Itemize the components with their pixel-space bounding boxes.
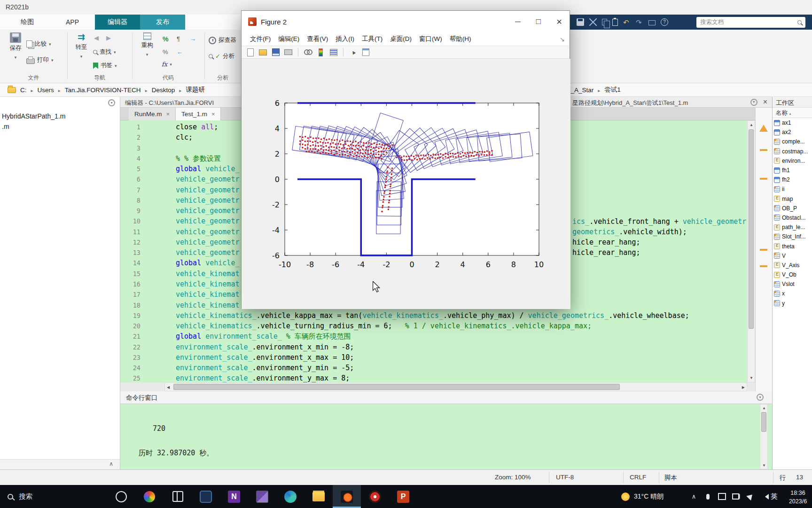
workspace-variable-row[interactable]: OB_P (773, 204, 812, 213)
taskbar-search[interactable]: 搜索 (8, 485, 32, 508)
indent-icon[interactable]: → (190, 35, 196, 42)
close-button[interactable] (549, 14, 570, 30)
ribbon-tab-app[interactable]: APP (50, 15, 95, 30)
paste-icon[interactable] (612, 19, 618, 26)
chevron-up-tray-icon[interactable] (690, 492, 698, 500)
save-icon[interactable] (577, 18, 584, 26)
figure-plot-svg[interactable]: -10-8-6-4-20246810-6-4-20246 (242, 59, 570, 309)
panel-menu-icon[interactable] (108, 99, 115, 106)
workspace-variable-row[interactable]: ax1 (773, 118, 812, 127)
editor-tab-test1[interactable]: Test_1.m (176, 108, 221, 120)
insert-function-button[interactable]: fx (162, 61, 172, 68)
open-file-icon[interactable] (258, 48, 267, 56)
workspace-variable-row[interactable]: x (773, 289, 812, 298)
save-button[interactable]: 保存 (5, 32, 26, 60)
scroll-down-icon[interactable] (762, 463, 766, 468)
editor-tab-runme[interactable]: RunMe.m (129, 108, 176, 120)
new-figure-icon[interactable] (246, 48, 255, 56)
network-tray-icon[interactable] (746, 492, 754, 500)
figure-menu-item[interactable]: 帮助(H) (446, 33, 475, 45)
battery-tray-icon[interactable] (732, 492, 740, 500)
insert-colorbar-icon[interactable] (316, 48, 325, 56)
workspace-variable-row[interactable]: y (773, 299, 812, 308)
workspace-variable-row[interactable]: Slot_Inf... (773, 232, 812, 241)
figure-menu-item[interactable]: 桌面(D) (386, 33, 415, 45)
edit-plot-icon[interactable] (349, 48, 358, 56)
figure-menu-item[interactable]: 窗口(W) (415, 33, 446, 45)
insert-legend-icon[interactable] (329, 48, 338, 56)
help-icon[interactable] (661, 18, 668, 26)
cortana-taskbar-icon[interactable] (107, 485, 135, 508)
print-figure-icon[interactable] (284, 48, 293, 56)
microphone-tray-icon[interactable] (704, 492, 712, 500)
doc-search-box[interactable]: 搜索文档 (696, 17, 805, 28)
figure-menu-item[interactable]: 插入(I) (332, 33, 358, 45)
zoom-level[interactable]: Zoom: 100% (495, 474, 531, 481)
breadcrumb-item[interactable]: Desktop (152, 87, 175, 94)
command-window-menu-icon[interactable] (757, 394, 764, 401)
cut-icon[interactable] (589, 18, 597, 26)
browser-taskbar-icon[interactable] (361, 485, 389, 508)
outdent-icon[interactable]: ← (177, 48, 183, 56)
close-icon[interactable] (211, 111, 215, 118)
encoding-indicator[interactable]: UTF-8 (556, 474, 574, 481)
whiteboard-taskbar-icon[interactable] (248, 485, 276, 508)
figure-titlebar[interactable]: Figure 2 (242, 11, 570, 32)
minimize-button[interactable] (508, 14, 528, 30)
analyzer-mark[interactable] (760, 178, 767, 180)
uncomment-icon[interactable]: % (163, 48, 168, 56)
workspace-variable-row[interactable]: V_Axis (773, 261, 812, 270)
undo-icon[interactable] (623, 18, 631, 26)
horizontal-scrollbar[interactable] (164, 382, 747, 391)
colorwheel-taskbar-icon[interactable] (135, 485, 164, 508)
scrollbar-thumb[interactable] (173, 384, 620, 390)
breadcrumb-item[interactable]: Tan.Jia.FORVISION-TECH (65, 87, 141, 94)
figure-window[interactable]: Figure 2 文件(F)编辑(E)查看(V)插入(I)工具(T)桌面(D)窗… (241, 10, 570, 309)
workspace-variable-row[interactable]: path_le... (773, 222, 812, 232)
analyze-button[interactable]: ✓ 分析 (209, 52, 234, 60)
workspace-variable-row[interactable]: ax2 (773, 127, 812, 137)
ribbon-tab-publish[interactable]: 发布 (140, 15, 185, 30)
scroll-up-icon[interactable] (750, 123, 753, 127)
wrap-comments-icon[interactable]: ¶ (177, 35, 180, 42)
scroll-up-icon[interactable] (762, 406, 766, 410)
scrollbar-thumb[interactable] (761, 412, 766, 432)
property-inspector-icon[interactable] (361, 48, 370, 56)
scroll-right-icon[interactable] (742, 385, 745, 389)
figure-plot-area[interactable]: -10-8-6-4-20246810-6-4-20246 (242, 59, 570, 309)
breadcrumb-item[interactable]: 尝试1 (604, 86, 621, 94)
figure-menu-item[interactable]: 查看(V) (303, 33, 332, 45)
taskbar-clock[interactable]: 18:36 2023/6 (784, 485, 812, 508)
workspace-variable-row[interactable]: theta (773, 241, 812, 251)
workspace-variable-row[interactable]: environ... (773, 156, 812, 166)
workspace-variable-row[interactable]: Obstacl... (773, 213, 812, 222)
ime-indicator[interactable]: 英 (771, 485, 778, 508)
vertical-scrollbar[interactable] (747, 120, 755, 382)
workspace-variable-row[interactable]: V_Ob (773, 270, 812, 279)
save-figure-icon[interactable] (271, 48, 280, 56)
desktop-layout-icon[interactable] (648, 20, 656, 25)
volume-tray-icon[interactable] (760, 492, 768, 500)
workspace-variable-row[interactable]: V (773, 251, 812, 261)
editor-close-icon[interactable] (763, 98, 767, 106)
workspace-variable-row[interactable]: fh2 (773, 175, 812, 184)
workspace-variable-row[interactable]: ii (773, 184, 812, 194)
warning-icon[interactable] (759, 125, 768, 132)
breadcrumb-item[interactable]: C: (20, 87, 27, 94)
collapse-icon[interactable]: ∧ (109, 460, 113, 467)
breadcrumb-item[interactable]: d_A_Star (567, 87, 593, 94)
link-plot-icon[interactable] (304, 48, 312, 56)
scrollbar-thumb[interactable] (749, 129, 754, 329)
eol-indicator[interactable]: CRLF (630, 474, 646, 481)
maximize-button[interactable] (528, 14, 549, 30)
powerpoint-taskbar-icon[interactable] (389, 485, 417, 508)
back-icon[interactable]: ◀ (94, 34, 99, 41)
file-item[interactable]: .m (0, 121, 120, 132)
bookmark-button[interactable]: 书签 (93, 62, 117, 70)
goto-button[interactable]: ⇉ 转至 (70, 32, 92, 59)
task-view-taskbar-icon[interactable] (164, 485, 192, 508)
file-explorer-taskbar-icon[interactable] (304, 485, 333, 508)
figure-menu-item[interactable]: 文件(F) (246, 33, 274, 45)
command-window[interactable]: 命令行窗口 720 历时 32.987020 秒。 fx (120, 391, 772, 469)
profiler-button[interactable]: 探查器 (209, 36, 236, 44)
